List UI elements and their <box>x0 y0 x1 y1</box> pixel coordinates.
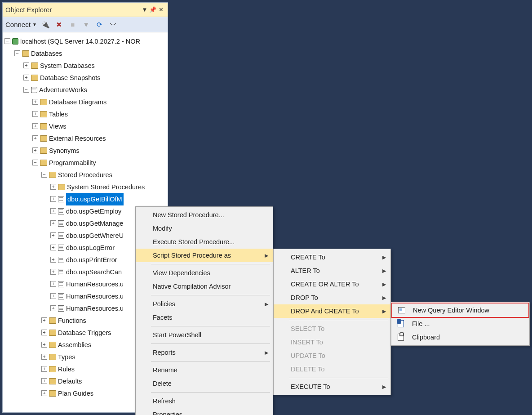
tree-synonyms[interactable]: +Synonyms <box>4 144 168 156</box>
menu-drop-and-create-to[interactable]: DROP And CREATE To▶ <box>274 304 390 318</box>
expander[interactable]: + <box>50 293 56 299</box>
expander[interactable]: + <box>41 354 47 360</box>
refresh-icon[interactable]: ⟳ <box>95 21 104 29</box>
expander[interactable]: + <box>41 390 47 396</box>
tree-adventureworks[interactable]: −AdventureWorks <box>4 84 168 96</box>
expander[interactable]: + <box>50 184 56 190</box>
tree-views[interactable]: +Views <box>4 120 168 132</box>
expander[interactable]: + <box>50 257 56 263</box>
menu-separator <box>151 344 270 344</box>
procedure-icon <box>58 196 64 202</box>
expander[interactable]: − <box>41 172 47 178</box>
menu-create-to[interactable]: CREATE To▶ <box>274 250 390 264</box>
disconnect-icon[interactable]: ✖ <box>55 21 64 29</box>
connect-button[interactable]: Connect ▼ <box>5 21 37 28</box>
tree-tables[interactable]: +Tables <box>4 108 168 120</box>
tree-database-snapshots[interactable]: +Database Snapshots <box>4 71 168 84</box>
expander[interactable]: + <box>50 220 56 226</box>
stop-icon[interactable]: ■ <box>68 21 77 28</box>
expander[interactable]: + <box>41 330 47 335</box>
menu-execute-to[interactable]: EXECUTE To▶ <box>274 380 390 393</box>
expander[interactable]: + <box>50 281 56 287</box>
connect-object-icon[interactable]: 🔌 <box>41 21 50 29</box>
menu-drop-to[interactable]: DROP To▶ <box>274 291 390 304</box>
menu-separator <box>151 295 270 295</box>
submenu-script-as: CREATE To▶ ALTER To▶ CREATE OR ALTER To▶… <box>273 249 391 395</box>
label: dbo.uspGetEmploy <box>66 205 121 217</box>
folder-icon <box>40 135 47 142</box>
tree-proc-bill[interactable]: +dbo.uspGetBillOfM <box>4 193 168 205</box>
submenu-arrow-icon: ▶ <box>382 295 386 301</box>
panel-title: Object Explorer <box>5 6 141 13</box>
expander[interactable]: + <box>50 208 56 214</box>
menu-execute[interactable]: Execute Stored Procedure... <box>136 235 273 249</box>
menu-alter-to[interactable]: ALTER To▶ <box>274 264 390 277</box>
menu-script-as[interactable]: Script Stored Procedure as▶ <box>136 249 273 262</box>
tree-programmability[interactable]: −Programmability <box>4 156 168 169</box>
menu-policies[interactable]: Policies▶ <box>136 297 273 311</box>
tree-databases[interactable]: −Databases <box>4 47 168 59</box>
label: AdventureWorks <box>39 84 87 96</box>
menu-file[interactable]: File ... <box>391 317 529 330</box>
tree-database-diagrams[interactable]: +Database Diagrams <box>4 96 168 108</box>
expander[interactable]: + <box>32 111 38 117</box>
menu-separator <box>151 264 270 264</box>
filter-icon[interactable]: ▼ <box>82 21 91 28</box>
tree-stored-procedures[interactable]: −Stored Procedures <box>4 169 168 181</box>
expander[interactable]: + <box>32 99 38 105</box>
expander[interactable]: + <box>32 135 38 141</box>
menu-new-query-editor[interactable]: New Query Editor Window <box>391 303 529 318</box>
menu-facets[interactable]: Facets <box>136 311 273 324</box>
expander[interactable]: − <box>4 38 10 44</box>
menu-native-comp[interactable]: Native Compilation Advisor <box>136 280 273 293</box>
expander[interactable]: + <box>32 147 38 153</box>
menu-clipboard[interactable]: Clipboard <box>391 330 529 344</box>
folder-icon <box>49 390 56 397</box>
expander[interactable]: + <box>50 196 56 202</box>
label: dbo.uspPrintError <box>66 254 117 266</box>
expander[interactable]: − <box>32 160 38 165</box>
menu-refresh[interactable]: Refresh <box>136 394 273 408</box>
folder-icon <box>40 123 47 129</box>
label: UPDATE To <box>291 352 325 359</box>
label: Refresh <box>153 397 176 405</box>
expander[interactable]: + <box>50 245 56 250</box>
tree-external-resources[interactable]: +External Resources <box>4 132 168 144</box>
folder-icon <box>58 184 65 190</box>
menu-create-or-alter-to[interactable]: CREATE OR ALTER To▶ <box>274 277 390 291</box>
dropdown-icon[interactable]: ▼ <box>141 6 149 13</box>
pin-icon[interactable]: 📌 <box>149 6 157 13</box>
close-icon[interactable]: ✕ <box>157 6 165 13</box>
expander[interactable]: + <box>32 123 38 129</box>
expander[interactable]: − <box>14 50 20 56</box>
tree-server[interactable]: −localhost (SQL Server 14.0.2027.2 - NOR <box>4 35 168 47</box>
expander[interactable]: + <box>23 62 29 68</box>
expander[interactable]: + <box>41 366 47 372</box>
menu-new-sp[interactable]: New Stored Procedure... <box>136 208 273 222</box>
submenu-arrow-icon: ▶ <box>265 301 268 307</box>
menu-view-deps[interactable]: View Dependencies <box>136 266 273 280</box>
expander[interactable]: − <box>23 87 29 93</box>
menu-properties[interactable]: Properties <box>136 408 273 415</box>
label: DROP To <box>291 294 318 301</box>
menu-rename[interactable]: Rename <box>136 363 273 377</box>
menu-delete[interactable]: Delete <box>136 377 273 390</box>
expander[interactable]: + <box>50 305 56 311</box>
tree-system-sp[interactable]: +System Stored Procedures <box>4 181 168 193</box>
expander[interactable]: + <box>41 378 47 384</box>
folder-icon <box>49 330 56 336</box>
expander[interactable]: + <box>41 317 47 323</box>
procedure-icon <box>58 257 64 263</box>
expander[interactable]: + <box>41 342 47 348</box>
submenu-drop-and-create-to: New Query Editor Window File ... Clipboa… <box>391 302 530 346</box>
expander[interactable]: + <box>50 232 56 238</box>
activity-icon[interactable]: 〰 <box>109 21 118 28</box>
tree-system-databases[interactable]: +System Databases <box>4 59 168 71</box>
expander[interactable]: + <box>23 75 29 80</box>
menu-reports[interactable]: Reports▶ <box>136 346 273 359</box>
menu-modify[interactable]: Modify <box>136 222 273 235</box>
label: System Stored Procedures <box>67 181 145 193</box>
label: Start PowerShell <box>153 331 201 339</box>
expander[interactable]: + <box>50 269 56 275</box>
menu-start-ps[interactable]: Start PowerShell <box>136 328 273 342</box>
